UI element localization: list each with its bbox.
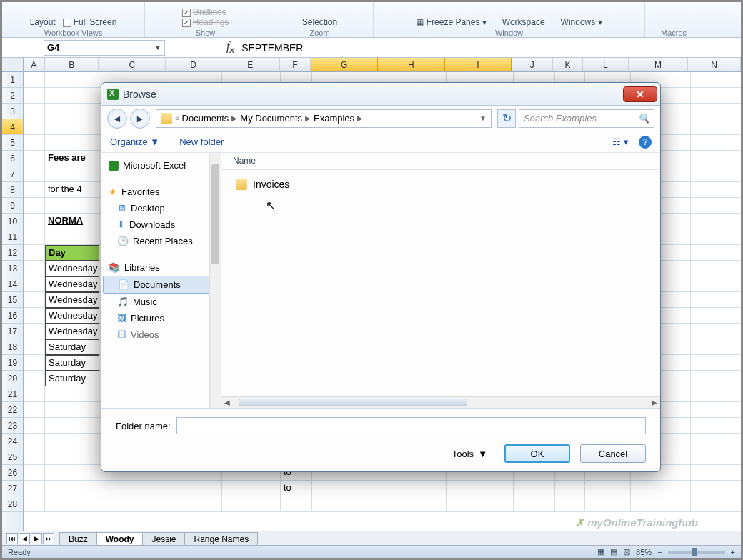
col-header-F[interactable]: F	[280, 58, 311, 71]
col-header-A[interactable]: A	[24, 58, 45, 71]
windows-button[interactable]: Windows ▾	[561, 17, 602, 27]
col-header-C[interactable]: C	[99, 58, 166, 71]
side-pictures[interactable]: 🖼Pictures	[103, 310, 219, 326]
row-header-7[interactable]: 7	[2, 166, 23, 182]
row-header-19[interactable]: 19	[2, 355, 23, 371]
side-scrollbar[interactable]	[209, 153, 221, 408]
selection-button[interactable]: Selection	[302, 17, 337, 27]
cell[interactable]: to	[281, 481, 312, 496]
crumb-documents[interactable]: Documents	[182, 113, 229, 124]
folder-name-input[interactable]	[176, 417, 646, 434]
fx-icon[interactable]: fx	[226, 40, 234, 55]
cell[interactable]: Saturday	[45, 339, 99, 355]
sheet-nav-prev[interactable]: ◀	[19, 533, 30, 544]
list-header-name[interactable]: Name	[221, 153, 660, 170]
zoom-slider[interactable]	[668, 551, 725, 554]
crumb-mydocuments[interactable]: My Documents	[240, 113, 302, 124]
new-folder-button[interactable]: New folder	[179, 136, 224, 147]
layout-button[interactable]: Layout	[30, 17, 56, 27]
side-music[interactable]: 🎵Music	[103, 294, 219, 310]
row-header-17[interactable]: 17	[2, 324, 23, 339]
row-header-10[interactable]: 10	[2, 214, 23, 229]
list-h-scrollbar[interactable]: ◀ ▶	[221, 396, 660, 408]
sheet-nav-last[interactable]: ⏭	[43, 533, 54, 544]
col-header-L[interactable]: L	[583, 58, 629, 71]
side-libraries[interactable]: 📚Libraries	[103, 259, 219, 276]
crumb-examples[interactable]: Examples	[314, 113, 354, 124]
row-header-24[interactable]: 24	[2, 434, 23, 449]
side-documents[interactable]: 📄Documents	[103, 276, 219, 294]
file-list[interactable]: Invoices ↖	[221, 170, 660, 396]
row-header-1[interactable]: 1	[2, 72, 23, 88]
col-header-D[interactable]: D	[166, 58, 221, 71]
forward-button[interactable]: ►	[130, 109, 150, 129]
sheet-nav-first[interactable]: ⏮	[6, 533, 18, 544]
side-downloads[interactable]: ⬇Downloads	[103, 216, 219, 233]
row-header-5[interactable]: 5	[2, 135, 23, 151]
row-header-16[interactable]: 16	[2, 308, 23, 324]
help-icon[interactable]: ?	[639, 136, 652, 149]
col-header-K[interactable]: K	[553, 58, 583, 71]
side-excel[interactable]: Microsoft Excel	[103, 157, 219, 174]
zoom-out-icon[interactable]: −	[657, 548, 662, 556]
cell[interactable]: Day	[45, 245, 99, 261]
row-header-21[interactable]: 21	[2, 386, 23, 402]
row-header-13[interactable]: 13	[2, 261, 23, 276]
formula-input[interactable]: SEPTEMBER	[241, 42, 303, 54]
row-header-11[interactable]: 11	[2, 229, 23, 245]
breadcrumb[interactable]: « Documents▶ My Documents▶ Examples▶ ▼	[156, 109, 492, 128]
back-button[interactable]: ◄	[107, 109, 127, 129]
tab-range-names[interactable]: Range Names	[184, 532, 258, 546]
row-header-3[interactable]: 3	[2, 104, 23, 119]
row-header-28[interactable]: 28	[2, 496, 23, 512]
col-header-N[interactable]: N	[688, 58, 741, 71]
tab-buzz[interactable]: Buzz	[59, 532, 97, 546]
gridlines-toggle[interactable]: Gridlines	[182, 7, 226, 17]
cell[interactable]: Saturday	[45, 371, 99, 386]
ok-button[interactable]: OK	[504, 444, 570, 463]
headings-toggle[interactable]: Headings	[182, 17, 229, 27]
row-header-23[interactable]: 23	[2, 418, 23, 434]
view-normal-icon[interactable]: ▦	[597, 547, 604, 556]
row-header-14[interactable]: 14	[2, 276, 23, 292]
row-header-25[interactable]: 25	[2, 449, 23, 465]
col-header-B[interactable]: B	[45, 58, 99, 71]
row-header-27[interactable]: 27	[2, 481, 23, 496]
cell[interactable]: Wednesday	[45, 261, 99, 276]
workspace-button[interactable]: Workspace	[502, 17, 545, 27]
col-header-I[interactable]: I	[445, 58, 512, 71]
view-layout-icon[interactable]: ▤	[610, 547, 617, 556]
view-menu[interactable]: ☷ ▾	[612, 136, 629, 147]
search-input[interactable]: Search Examples 🔍	[519, 109, 654, 128]
organize-menu[interactable]: Organize ▼	[110, 136, 159, 147]
col-header-G[interactable]: G	[311, 58, 378, 71]
freeze-panes-button[interactable]: ▦ Freeze Panes ▾	[416, 17, 486, 27]
tab-jessie[interactable]: Jessie	[142, 532, 185, 546]
row-header-26[interactable]: 26	[2, 465, 23, 481]
row-header-18[interactable]: 18	[2, 339, 23, 355]
folder-invoices[interactable]: Invoices	[233, 176, 649, 193]
row-header-9[interactable]: 9	[2, 198, 23, 214]
row-header-22[interactable]: 22	[2, 402, 23, 418]
cell[interactable]: Wednesday	[45, 292, 99, 308]
cancel-button[interactable]: Cancel	[580, 444, 646, 463]
tools-menu[interactable]: Tools ▼	[452, 449, 487, 459]
row-header-6[interactable]: 6	[2, 151, 23, 166]
row-header-12[interactable]: 12	[2, 245, 23, 261]
side-videos[interactable]: 🎞Videos	[103, 326, 219, 343]
col-header-J[interactable]: J	[512, 58, 553, 71]
chevron-down-icon[interactable]: ▼	[154, 44, 161, 51]
folder-tree[interactable]: Microsoft Excel ★Favorites 🖥Desktop ⬇Dow…	[101, 153, 221, 408]
row-header-8[interactable]: 8	[2, 182, 23, 198]
cell[interactable]: Wednesday	[45, 276, 99, 292]
fullscreen-button[interactable]: Full Screen	[63, 17, 117, 27]
zoom-in-icon[interactable]: +	[731, 548, 735, 556]
zoom-level[interactable]: 85%	[636, 548, 652, 556]
tab-woody[interactable]: Woody	[96, 532, 144, 546]
cell[interactable]: Wednesday	[45, 308, 99, 324]
side-favorites[interactable]: ★Favorites	[103, 184, 219, 200]
col-header-M[interactable]: M	[629, 58, 689, 71]
sheet-nav-next[interactable]: ▶	[31, 533, 42, 544]
view-pagebreak-icon[interactable]: ▧	[623, 547, 630, 556]
select-all-corner[interactable]	[2, 58, 24, 71]
